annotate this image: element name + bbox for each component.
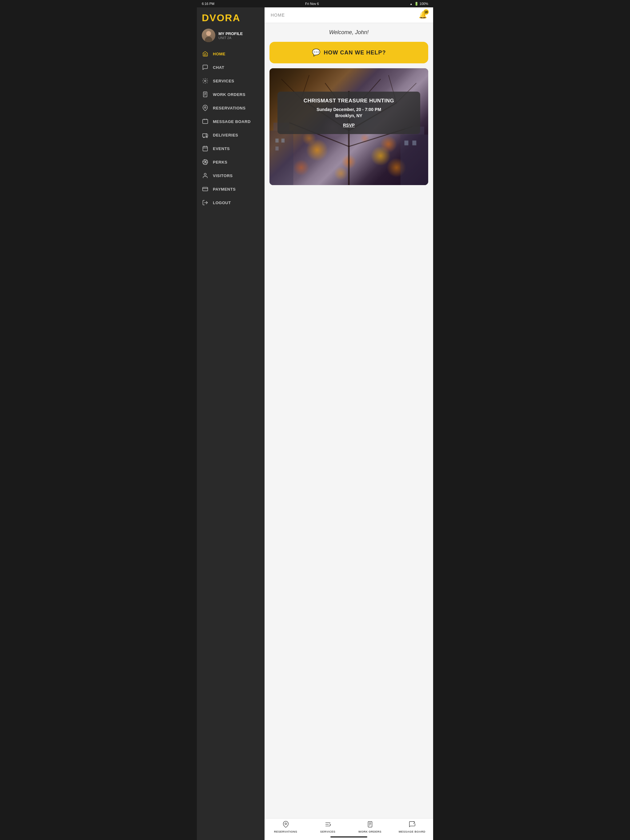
sidebar-item-message-board[interactable]: MESSAGE BOARD bbox=[197, 115, 264, 128]
sidebar-item-deliveries[interactable]: DELIVERIES bbox=[197, 128, 264, 142]
sidebar-item-work-orders-label: WORK ORDERS bbox=[213, 92, 245, 97]
tab-reservations-label: RESERVATIONS bbox=[274, 830, 298, 833]
svg-rect-45 bbox=[368, 821, 372, 827]
help-button[interactable]: 💬 HOW CAN WE HELP? bbox=[269, 42, 428, 63]
help-chat-icon: 💬 bbox=[312, 49, 320, 57]
tab-reservations-icon bbox=[282, 821, 289, 829]
svg-rect-18 bbox=[203, 187, 208, 191]
svg-rect-37 bbox=[282, 139, 285, 143]
tab-work-orders-icon bbox=[367, 821, 374, 829]
tab-message-board-icon bbox=[409, 821, 416, 829]
avatar bbox=[202, 28, 215, 42]
sidebar-item-payments[interactable]: PAYMENTS bbox=[197, 182, 264, 196]
main-content: HOME 🔔 18 Welcome, John! 💬 HOW CAN WE HE… bbox=[264, 7, 433, 840]
services-icon bbox=[202, 77, 209, 84]
svg-point-10 bbox=[204, 137, 204, 138]
app-logo: DVORA bbox=[202, 12, 260, 24]
help-button-label: HOW CAN WE HELP? bbox=[324, 49, 386, 56]
sidebar-item-message-board-label: MESSAGE BOARD bbox=[213, 119, 251, 124]
sidebar-item-visitors-label: VISITORS bbox=[213, 174, 233, 178]
sidebar-item-chat-label: CHAT bbox=[213, 65, 224, 70]
tab-work-orders-label: WORK ORDERS bbox=[358, 830, 381, 833]
message-board-icon bbox=[202, 118, 209, 125]
home-icon bbox=[202, 51, 209, 57]
sidebar-item-events-label: EVENTS bbox=[213, 146, 230, 151]
main-header: HOME 🔔 18 bbox=[264, 7, 433, 23]
work-orders-icon bbox=[202, 91, 209, 98]
chat-icon bbox=[202, 64, 209, 71]
svg-rect-40 bbox=[412, 141, 416, 145]
sidebar-profile[interactable]: MY PROFILE UNIT 2A bbox=[197, 26, 264, 47]
rsvp-button[interactable]: RSVP bbox=[343, 123, 355, 128]
event-location: Brooklyn, NY bbox=[283, 113, 414, 118]
app-container: DVORA MY PROFILE UNIT 2A bbox=[197, 7, 433, 840]
notification-badge: 18 bbox=[423, 9, 429, 15]
sidebar: DVORA MY PROFILE UNIT 2A bbox=[197, 7, 264, 840]
svg-rect-36 bbox=[275, 139, 279, 143]
svg-rect-1 bbox=[203, 92, 207, 97]
sidebar-item-services-label: SERVICES bbox=[213, 79, 234, 83]
bottom-tab-bar: RESERVATIONS SERVICES WORK ORDERS MESSAG… bbox=[264, 818, 433, 834]
logout-icon bbox=[202, 199, 209, 206]
wifi-icon bbox=[410, 2, 413, 6]
profile-unit: UNIT 2A bbox=[218, 36, 243, 39]
perks-icon bbox=[202, 159, 209, 166]
tab-message-board[interactable]: MESSAGE BOARD bbox=[391, 821, 433, 833]
tab-services-label: SERVICES bbox=[320, 830, 335, 833]
status-right: 🔋 100% bbox=[410, 2, 428, 6]
event-card: CHRISMAST TREASURE HUNTING Sunday Decemb… bbox=[269, 68, 428, 185]
tab-message-board-label: MESSAGE BOARD bbox=[399, 830, 426, 833]
home-indicator bbox=[264, 834, 433, 840]
svg-rect-12 bbox=[203, 146, 207, 151]
home-bar bbox=[330, 836, 367, 838]
sidebar-item-events[interactable]: EVENTS bbox=[197, 142, 264, 155]
sidebar-item-payments-label: PAYMENTS bbox=[213, 187, 236, 191]
welcome-text: Welcome, John! bbox=[269, 28, 428, 37]
event-title: CHRISMAST TREASURE HUNTING bbox=[283, 98, 414, 104]
sidebar-item-perks-label: PERKS bbox=[213, 160, 227, 164]
svg-point-0 bbox=[204, 80, 206, 82]
svg-point-17 bbox=[204, 174, 206, 175]
event-overlay: CHRISMAST TREASURE HUNTING Sunday Decemb… bbox=[277, 92, 420, 134]
events-icon bbox=[202, 145, 209, 152]
sidebar-item-reservations[interactable]: RESERVATIONS bbox=[197, 101, 264, 115]
reservations-icon bbox=[202, 104, 209, 111]
visitors-icon bbox=[202, 172, 209, 179]
battery-icon: 🔋 100% bbox=[414, 2, 428, 6]
profile-name: MY PROFILE bbox=[218, 32, 243, 36]
status-time: 6:16 PM bbox=[202, 2, 214, 6]
sidebar-item-perks[interactable]: PERKS bbox=[197, 155, 264, 169]
sidebar-nav: HOME CHAT SERVICES WORK OR bbox=[197, 47, 264, 840]
event-date: Sunday December, 20 - 7:00 PM bbox=[283, 107, 414, 112]
sidebar-item-services[interactable]: SERVICES bbox=[197, 74, 264, 88]
svg-rect-6 bbox=[203, 119, 208, 123]
sidebar-item-work-orders[interactable]: WORK ORDERS bbox=[197, 88, 264, 101]
svg-rect-38 bbox=[275, 147, 279, 151]
tab-work-orders[interactable]: WORK ORDERS bbox=[349, 821, 391, 833]
tab-services[interactable]: SERVICES bbox=[307, 821, 349, 833]
sidebar-item-deliveries-label: DELIVERIES bbox=[213, 133, 238, 137]
sidebar-item-chat[interactable]: CHAT bbox=[197, 61, 264, 74]
page-title: HOME bbox=[271, 13, 285, 17]
svg-point-11 bbox=[207, 137, 207, 138]
status-day: Fri Nov 6 bbox=[305, 2, 319, 6]
svg-rect-39 bbox=[405, 141, 408, 145]
profile-info: MY PROFILE UNIT 2A bbox=[218, 32, 243, 39]
sidebar-item-logout[interactable]: LOGOUT bbox=[197, 196, 264, 209]
status-bar: 6:16 PM Fri Nov 6 🔋 100% bbox=[197, 0, 433, 7]
avatar-image bbox=[202, 28, 215, 42]
tab-reservations[interactable]: RESERVATIONS bbox=[264, 821, 307, 833]
svg-rect-9 bbox=[203, 134, 206, 137]
tab-services-icon bbox=[324, 821, 331, 829]
sidebar-logo: DVORA bbox=[197, 7, 264, 26]
sidebar-item-home[interactable]: HOME bbox=[197, 47, 264, 61]
sidebar-item-visitors[interactable]: VISITORS bbox=[197, 169, 264, 182]
deliveries-icon bbox=[202, 132, 209, 138]
sidebar-item-logout-label: LOGOUT bbox=[213, 201, 231, 205]
notification-bell[interactable]: 🔔 18 bbox=[419, 11, 427, 19]
svg-point-41 bbox=[285, 823, 287, 825]
main-scroll: Welcome, John! 💬 HOW CAN WE HELP? bbox=[264, 23, 433, 818]
payments-icon bbox=[202, 186, 209, 193]
sidebar-item-reservations-label: RESERVATIONS bbox=[213, 106, 245, 111]
sidebar-item-home-label: HOME bbox=[213, 52, 225, 56]
